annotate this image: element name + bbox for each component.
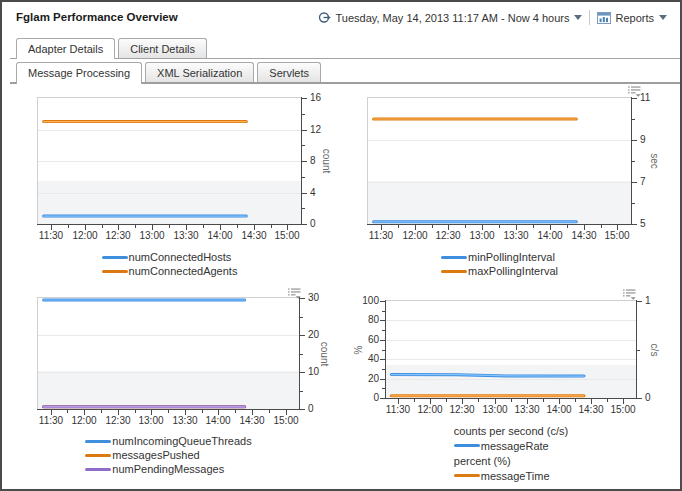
chart-legend-rows: numConnectedHostsnumConnectedAgents	[102, 250, 238, 278]
x-tick-label: 13:00	[478, 405, 512, 415]
y-axis-minor-tick	[300, 354, 303, 355]
x-tick-label: 15:00	[269, 416, 303, 426]
x-axis-minor-tick	[398, 225, 399, 228]
x-tick-label: 14:30	[567, 231, 601, 241]
y-axis-tick	[632, 140, 637, 141]
x-tick-label: 15:00	[270, 231, 304, 241]
legend-label: maxPollingInterval	[468, 265, 558, 277]
y-tick-label: 30	[308, 293, 319, 303]
x-axis-minor-tick	[269, 410, 270, 413]
legend-item-messagespushed[interactable]: messagesPushed	[85, 448, 251, 462]
y-axis-minor-tick	[302, 177, 305, 178]
legend-item-messagetime[interactable]: messageTime	[454, 468, 568, 483]
chart-options-icon[interactable]	[623, 286, 636, 304]
x-tick-label: 13:30	[168, 416, 202, 426]
chart-options-icon[interactable]	[628, 83, 641, 101]
legend-swatch-blue	[102, 256, 128, 259]
legend-group-heading: counts per second (c/s)	[454, 423, 568, 438]
y-axis-minor-tick	[382, 350, 385, 351]
x-tick-label: 14:00	[542, 405, 576, 415]
tab-message-processing[interactable]: Message Processing	[16, 62, 142, 84]
legend-item-numpendingmessages[interactable]: numPendingMessages	[85, 462, 251, 476]
y-axis-unit-label: sec	[648, 131, 660, 191]
y-axis-tick	[632, 224, 637, 225]
legend-label: messagesPushed	[112, 449, 199, 461]
chart-options-icon[interactable]	[288, 285, 301, 303]
x-axis-minor-tick	[135, 225, 136, 228]
legend-swatch-orange	[441, 270, 467, 273]
y-axis-minor-tick	[382, 330, 385, 331]
y-axis-minor-tick	[632, 119, 635, 120]
legend-label: numConnectedHosts	[129, 251, 232, 263]
x-axis-minor-tick	[135, 410, 136, 413]
y-axis-tick	[637, 301, 642, 302]
x-axis-minor-tick	[543, 399, 544, 402]
x-tick-label: 13:30	[169, 231, 203, 241]
y-tick-label: 5	[640, 219, 646, 229]
legend-swatch-blue	[85, 440, 111, 443]
y-axis-unit-label: count	[318, 324, 330, 384]
x-tick-label: 12:30	[101, 231, 135, 241]
y-axis-tick	[380, 301, 385, 302]
y-axis-tick	[637, 398, 642, 399]
y-tick-label: 1	[645, 296, 651, 306]
y-axis-tick	[380, 340, 385, 341]
legend-item-messagerate[interactable]: messageRate	[454, 438, 568, 453]
y-tick-label: 7	[640, 177, 646, 187]
y-axis-minor-tick	[300, 317, 303, 318]
x-tick-label: 13:30	[510, 405, 544, 415]
y-axis-tick	[302, 130, 307, 131]
tab-servlets[interactable]: Servlets	[257, 62, 321, 82]
legend-swatch-purple	[85, 468, 111, 471]
x-tick-label: 13:00	[465, 231, 499, 241]
legend-item-numincomingqueuethreads[interactable]: numIncomingQueueThreads	[85, 434, 251, 448]
legend-item-maxpollinginterval[interactable]: maxPollingInterval	[441, 264, 558, 278]
x-axis-minor-tick	[533, 225, 534, 228]
x-tick-label: 12:30	[445, 405, 479, 415]
x-tick-label: 12:00	[68, 231, 102, 241]
x-axis-minor-tick	[446, 399, 447, 402]
y-axis-tick	[300, 409, 305, 410]
x-axis-minor-tick	[101, 410, 102, 413]
x-axis-minor-tick	[168, 410, 169, 413]
x-axis-minor-tick	[237, 225, 238, 228]
x-axis-minor-tick	[478, 399, 479, 402]
y-tick-label: 0	[645, 393, 651, 403]
tab-adapter-details[interactable]: Adapter Details	[16, 38, 115, 59]
legend-swatch-orange	[85, 454, 111, 457]
x-axis-minor-tick	[169, 225, 170, 228]
y-axis-minor-tick	[632, 161, 635, 162]
chart-legend: minPollingIntervalmaxPollingInterval	[367, 250, 632, 278]
y-axis-tick	[300, 335, 305, 336]
x-axis-minor-tick	[68, 225, 69, 228]
y-tick-label: 4	[310, 188, 316, 198]
tab-client-details[interactable]: Client Details	[118, 38, 207, 58]
y-tick-label: 0	[308, 404, 314, 414]
y-axis-tick	[302, 193, 307, 194]
tab-xml-serialization[interactable]: XML Serialization	[145, 62, 254, 82]
legend-label: numPendingMessages	[112, 463, 224, 475]
y-axis-tick	[380, 379, 385, 380]
x-axis-minor-tick	[499, 225, 500, 228]
y-axis-tick	[300, 372, 305, 373]
x-tick-label: 12:00	[398, 231, 432, 241]
x-tick-label: 14:30	[237, 231, 271, 241]
legend-item-numconnectedagents[interactable]: numConnectedAgents	[102, 264, 238, 278]
x-tick-label: 11:30	[34, 231, 68, 241]
y-axis-minor-tick	[302, 208, 305, 209]
legend-swatch-orange	[102, 270, 128, 273]
x-axis-minor-tick	[575, 399, 576, 402]
x-axis-minor-tick	[607, 399, 608, 402]
y-tick-label: 100	[354, 296, 379, 306]
chart-legend: numIncomingQueueThreadsmessagesPushednum…	[37, 434, 300, 476]
x-axis-minor-tick	[271, 225, 272, 228]
x-tick-label: 13:30	[499, 231, 533, 241]
x-axis-minor-tick	[202, 410, 203, 413]
x-tick-label: 14:30	[574, 405, 608, 415]
y-axis-minor-tick	[300, 391, 303, 392]
legend-item-minpollinginterval[interactable]: minPollingInterval	[441, 250, 558, 264]
legend-label: numConnectedAgents	[129, 265, 238, 277]
y-axis-unit-label: %	[353, 320, 365, 380]
legend-item-numconnectedhosts[interactable]: numConnectedHosts	[102, 250, 238, 264]
chart-series-canvas	[38, 98, 301, 224]
